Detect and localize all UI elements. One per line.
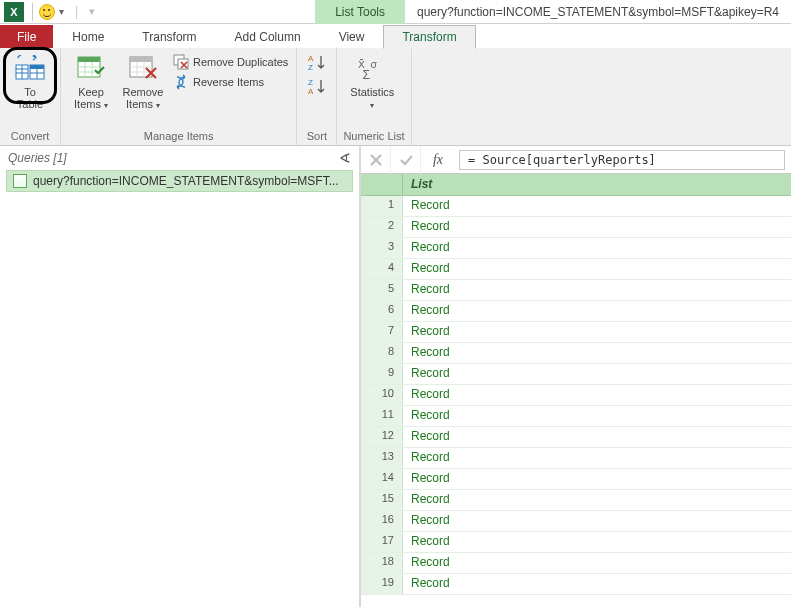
cell-value[interactable]: Record xyxy=(403,427,791,447)
column-header-list[interactable]: List xyxy=(403,174,791,195)
row-number[interactable]: 12 xyxy=(361,427,403,447)
dropdown-icon: ▾ xyxy=(370,101,374,110)
row-number[interactable]: 4 xyxy=(361,259,403,279)
cell-value[interactable]: Record xyxy=(403,238,791,258)
table-row[interactable]: 10Record xyxy=(361,385,791,406)
smiley-dropdown-icon[interactable]: ▾ xyxy=(59,6,64,17)
sort-asc-button[interactable]: A Z xyxy=(306,52,328,74)
row-number[interactable]: 19 xyxy=(361,574,403,594)
table-row[interactable]: 12Record xyxy=(361,427,791,448)
remove-duplicates-icon xyxy=(173,54,189,70)
row-number[interactable]: 15 xyxy=(361,490,403,510)
row-number[interactable]: 9 xyxy=(361,364,403,384)
reverse-items-label: Reverse Items xyxy=(193,76,264,88)
table-row[interactable]: 6Record xyxy=(361,301,791,322)
cell-value[interactable]: Record xyxy=(403,511,791,531)
cell-value[interactable]: Record xyxy=(403,406,791,426)
data-grid: List 1Record2Record3Record4Record5Record… xyxy=(361,174,791,607)
svg-text:Σ: Σ xyxy=(363,68,370,82)
table-row[interactable]: 14Record xyxy=(361,469,791,490)
cell-value[interactable]: Record xyxy=(403,532,791,552)
cell-value[interactable]: Record xyxy=(403,490,791,510)
cell-value[interactable]: Record xyxy=(403,301,791,321)
remove-duplicates-label: Remove Duplicates xyxy=(193,56,288,68)
table-row[interactable]: 19Record xyxy=(361,574,791,595)
table-row[interactable]: 8Record xyxy=(361,343,791,364)
close-icon xyxy=(368,152,384,168)
table-row[interactable]: 13Record xyxy=(361,448,791,469)
row-number[interactable]: 16 xyxy=(361,511,403,531)
ribbon-tabs: File Home Transform Add Column View Tran… xyxy=(0,24,791,48)
table-row[interactable]: 3Record xyxy=(361,238,791,259)
tab-transform-context[interactable]: Transform xyxy=(383,25,475,49)
remove-duplicates-button[interactable]: Remove Duplicates xyxy=(171,52,290,72)
collapse-pane-icon[interactable]: ∢ xyxy=(339,150,351,166)
row-number[interactable]: 13 xyxy=(361,448,403,468)
table-row[interactable]: 18Record xyxy=(361,553,791,574)
cell-value[interactable]: Record xyxy=(403,217,791,237)
row-number[interactable]: 11 xyxy=(361,406,403,426)
group-convert: To Table Convert xyxy=(0,48,61,145)
sort-asc-icon: A Z xyxy=(306,52,328,74)
row-number[interactable]: 17 xyxy=(361,532,403,552)
row-number[interactable]: 6 xyxy=(361,301,403,321)
grid-corner[interactable] xyxy=(361,174,403,195)
tab-view[interactable]: View xyxy=(320,25,384,48)
cell-value[interactable]: Record xyxy=(403,448,791,468)
cell-value[interactable]: Record xyxy=(403,364,791,384)
table-row[interactable]: 5Record xyxy=(361,280,791,301)
remove-items-button[interactable]: Remove Items ▾ xyxy=(119,50,167,111)
row-number[interactable]: 3 xyxy=(361,238,403,258)
cancel-formula-button[interactable] xyxy=(361,146,391,174)
data-area: fx = Source[quarterlyReports] List 1Reco… xyxy=(360,146,791,607)
cell-value[interactable]: Record xyxy=(403,280,791,300)
svg-text:Z: Z xyxy=(308,63,313,72)
cell-value[interactable]: Record xyxy=(403,196,791,216)
cell-value[interactable]: Record xyxy=(403,259,791,279)
cell-value[interactable]: Record xyxy=(403,322,791,342)
formula-bar: fx = Source[quarterlyReports] xyxy=(361,146,791,174)
formula-input[interactable]: = Source[quarterlyReports] xyxy=(459,150,785,170)
cell-value[interactable]: Record xyxy=(403,553,791,573)
smiley-icon[interactable] xyxy=(39,4,55,20)
row-number[interactable]: 10 xyxy=(361,385,403,405)
queries-header-label: Queries [1] xyxy=(8,151,67,165)
group-numeric-list: X̄ σ Σ Statistics▾ Numeric List xyxy=(337,48,411,145)
table-row[interactable]: 1Record xyxy=(361,196,791,217)
cell-value[interactable]: Record xyxy=(403,469,791,489)
cell-value[interactable]: Record xyxy=(403,385,791,405)
row-number[interactable]: 14 xyxy=(361,469,403,489)
row-number[interactable]: 2 xyxy=(361,217,403,237)
group-manage-label: Manage Items xyxy=(67,128,290,145)
table-row[interactable]: 16Record xyxy=(361,511,791,532)
table-row[interactable]: 4Record xyxy=(361,259,791,280)
sort-desc-button[interactable]: Z A xyxy=(306,76,328,98)
row-number[interactable]: 1 xyxy=(361,196,403,216)
table-row[interactable]: 17Record xyxy=(361,532,791,553)
keep-items-icon xyxy=(75,54,107,84)
svg-rect-15 xyxy=(130,57,152,62)
cell-value[interactable]: Record xyxy=(403,574,791,594)
row-number[interactable]: 8 xyxy=(361,343,403,363)
to-table-button[interactable]: To Table xyxy=(6,50,54,110)
statistics-button[interactable]: X̄ σ Σ Statistics▾ xyxy=(343,50,401,111)
commit-formula-button[interactable] xyxy=(391,146,421,174)
cell-value[interactable]: Record xyxy=(403,343,791,363)
table-row[interactable]: 11Record xyxy=(361,406,791,427)
table-row[interactable]: 9Record xyxy=(361,364,791,385)
table-row[interactable]: 7Record xyxy=(361,322,791,343)
tab-file[interactable]: File xyxy=(0,25,53,48)
query-item[interactable]: query?function=INCOME_STATEMENT&symbol=M… xyxy=(6,170,353,192)
row-number[interactable]: 7 xyxy=(361,322,403,342)
svg-text:A: A xyxy=(308,87,314,96)
row-number[interactable]: 5 xyxy=(361,280,403,300)
tab-add-column[interactable]: Add Column xyxy=(216,25,320,48)
reverse-items-button[interactable]: Reverse Items xyxy=(171,72,290,92)
table-row[interactable]: 15Record xyxy=(361,490,791,511)
qat-overflow-icon[interactable]: ▾ xyxy=(89,5,95,18)
tab-home[interactable]: Home xyxy=(53,25,123,48)
tab-transform[interactable]: Transform xyxy=(123,25,215,48)
keep-items-button[interactable]: Keep Items ▾ xyxy=(67,50,115,111)
row-number[interactable]: 18 xyxy=(361,553,403,573)
table-row[interactable]: 2Record xyxy=(361,217,791,238)
